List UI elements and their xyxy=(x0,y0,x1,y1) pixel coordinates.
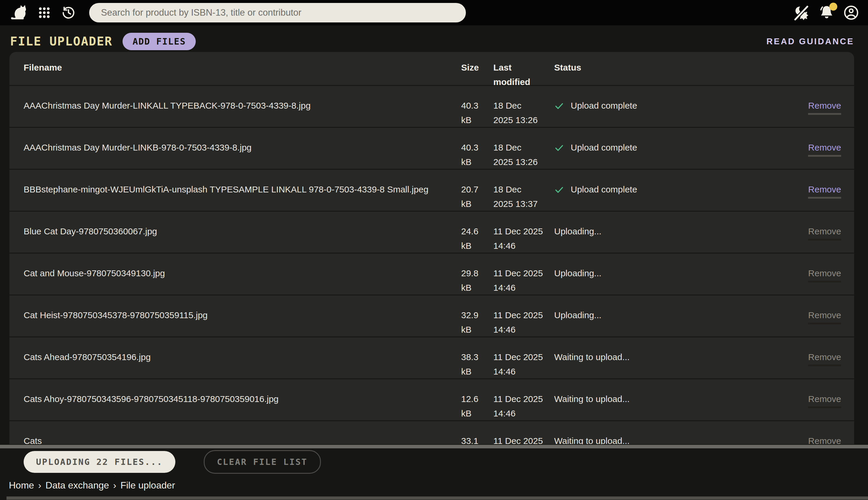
table-row: Cat and Mouse-9780750349130.jpg29.8 kB11… xyxy=(10,253,854,295)
theme-toggle-icon[interactable] xyxy=(792,3,811,22)
filename-cell: AAAChristmas Day Murder-LINKALL TYPEBACK… xyxy=(24,86,461,127)
page-horizontal-scrollbar[interactable] xyxy=(7,497,868,500)
column-header-empty xyxy=(768,52,841,89)
table-horizontal-scrollbar[interactable] xyxy=(0,445,868,448)
modified-line: 11 Dec 2025 xyxy=(493,392,554,406)
modified-line: 14:46 xyxy=(493,238,554,253)
status-cell: Uploading... xyxy=(554,212,768,253)
column-header-size: Size xyxy=(461,52,493,89)
filename-cell: Cats Ahoy-9780750343596-9780750345118-97… xyxy=(24,379,461,421)
remove-cell: Remove xyxy=(768,212,841,253)
modified-line: 14:46 xyxy=(493,406,554,421)
status-text: Waiting to upload... xyxy=(554,350,630,364)
remove-link[interactable]: Remove xyxy=(808,268,841,283)
apps-grid-icon[interactable] xyxy=(37,5,52,20)
remove-link[interactable]: Remove xyxy=(808,142,841,157)
table-row: Blue Cat Day-9780750360067.jpg24.6 kB11 … xyxy=(10,212,854,253)
size-cell: 29.8 kB xyxy=(461,253,493,295)
status-text: Waiting to upload... xyxy=(554,392,630,406)
size-cell: 40.3 kB xyxy=(461,86,493,127)
page-title: FILE UPLOADER xyxy=(10,34,112,48)
status-text: Upload complete xyxy=(571,182,637,196)
modified-line: 11 Dec 2025 xyxy=(493,308,554,322)
modified-line: 2025 13:26 xyxy=(493,155,554,169)
size-cell: 24.6 kB xyxy=(461,212,493,253)
table-row: Cat Heist-9780750345378-9780750359115.jp… xyxy=(10,295,854,337)
footer-actions: UPLOADING 22 FILES... CLEAR FILE LIST xyxy=(24,450,321,474)
table-row: Cats Ahoy-9780750343596-9780750345118-97… xyxy=(10,379,854,421)
file-table: FilenameSizeLastmodifiedStatus AAAChrist… xyxy=(10,52,854,444)
filename-cell: Cat and Mouse-9780750349130.jpg xyxy=(24,253,461,295)
history-icon[interactable] xyxy=(60,4,77,21)
remove-cell: Remove xyxy=(768,128,841,169)
check-icon xyxy=(554,101,564,111)
remove-cell: Remove xyxy=(768,86,841,127)
breadcrumb-item-home[interactable]: Home xyxy=(9,480,34,491)
top-bar xyxy=(0,0,868,25)
size-cell: 40.3 kB xyxy=(461,128,493,169)
remove-cell: Remove xyxy=(768,295,841,337)
modified-line: 2025 13:26 xyxy=(493,113,554,127)
status-text: Waiting to upload... xyxy=(554,434,630,444)
breadcrumb-item-file-uploader: File uploader xyxy=(121,480,175,491)
last-modified-cell: 11 Dec 202514:46 xyxy=(493,253,554,295)
status-cell: Uploading... xyxy=(554,253,768,295)
breadcrumb-item-data-exchange[interactable]: Data exchange xyxy=(45,480,109,491)
remove-link[interactable]: Remove xyxy=(808,184,841,198)
table-row: BBBstephane-mingot-WJEUmlGkTiA-unsplash … xyxy=(10,170,854,212)
filename-cell: BBBstephane-mingot-WJEUmlGkTiA-unsplash … xyxy=(24,170,461,211)
status-cell: Upload complete xyxy=(554,86,768,127)
uploading-files-button[interactable]: UPLOADING 22 FILES... xyxy=(24,451,176,473)
clear-file-list-button[interactable]: CLEAR FILE LIST xyxy=(204,450,321,474)
file-table-header: FilenameSizeLastmodifiedStatus xyxy=(10,52,854,86)
account-icon[interactable] xyxy=(843,4,860,21)
status-text: Upload complete xyxy=(571,98,637,113)
remove-cell: Remove xyxy=(768,421,841,444)
last-modified-cell: 11 Dec 202514:46 xyxy=(493,212,554,253)
status-text: Uploading... xyxy=(554,308,601,322)
last-modified-cell: 18 Dec2025 13:26 xyxy=(493,128,554,169)
modified-line: 14:46 xyxy=(493,281,554,295)
modified-line: 11 Dec 2025 xyxy=(493,434,554,444)
modified-line: 14:46 xyxy=(493,322,554,337)
status-text: Upload complete xyxy=(571,140,637,155)
filename-cell: Cats xyxy=(24,421,461,444)
filename-cell: Blue Cat Day-9780750360067.jpg xyxy=(24,212,461,253)
column-header-status: Status xyxy=(554,52,768,89)
status-cell: Upload complete xyxy=(554,170,768,211)
cat-logo-icon[interactable] xyxy=(9,3,30,22)
modified-line: 11 Dec 2025 xyxy=(493,350,554,364)
status-cell: Waiting to upload... xyxy=(554,421,768,444)
status-cell: Upload complete xyxy=(554,128,768,169)
size-cell: 32.9 kB xyxy=(461,295,493,337)
page-header: FILE UPLOADER ADD FILES READ GUIDANCE xyxy=(10,31,854,52)
remove-cell: Remove xyxy=(768,170,841,211)
status-cell: Uploading... xyxy=(554,295,768,337)
remove-link[interactable]: Remove xyxy=(808,352,841,366)
modified-line: 11 Dec 2025 xyxy=(493,224,554,238)
size-cell: 20.7 kB xyxy=(461,170,493,211)
modified-line: 2025 13:37 xyxy=(493,196,554,211)
filename-cell: AAAChristmas Day Murder-LINKB-978-0-7503… xyxy=(24,128,461,169)
remove-cell: Remove xyxy=(768,253,841,295)
table-row: Cats33.1 kB11 Dec 202514:46Waiting to up… xyxy=(10,421,854,444)
remove-link[interactable]: Remove xyxy=(808,436,841,444)
column-header-last-modified: Lastmodified xyxy=(493,52,554,89)
size-cell: 38.3 kB xyxy=(461,337,493,379)
check-icon xyxy=(554,185,564,195)
remove-link[interactable]: Remove xyxy=(808,226,841,240)
remove-cell: Remove xyxy=(768,379,841,421)
remove-link[interactable]: Remove xyxy=(808,100,841,115)
modified-line: 14:46 xyxy=(493,364,554,379)
remove-link[interactable]: Remove xyxy=(808,394,841,408)
status-text: Uploading... xyxy=(554,266,601,281)
read-guidance-link[interactable]: READ GUIDANCE xyxy=(766,37,854,46)
remove-link[interactable]: Remove xyxy=(808,310,841,325)
search-input[interactable] xyxy=(89,3,466,22)
add-files-button[interactable]: ADD FILES xyxy=(123,33,196,50)
size-cell: 12.6 kB xyxy=(461,379,493,421)
header-line: Last xyxy=(493,60,554,75)
modified-line: 18 Dec xyxy=(493,182,554,196)
cat-silhouette xyxy=(10,4,29,21)
file-table-body: AAAChristmas Day Murder-LINKALL TYPEBACK… xyxy=(10,86,854,444)
